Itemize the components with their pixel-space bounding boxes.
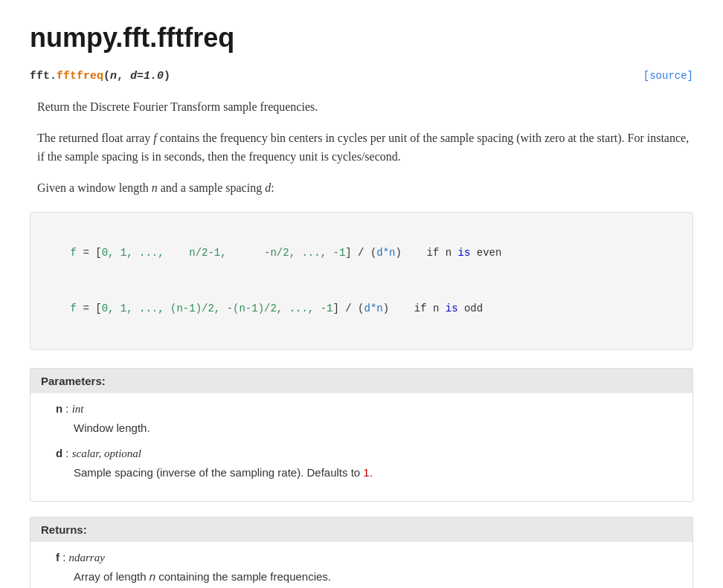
code-line-2: f = [0, 1, ..., (n-1)/2, -(n-1)/2, ..., … (45, 281, 678, 337)
param-n-row: n : int Window length. (45, 402, 678, 437)
signature-line: fft.fftfreq(n, d=1.0) [source] (30, 68, 693, 83)
return-f-row: f : ndarray Array of length n containing… (45, 551, 678, 586)
desc3-colon: : (271, 181, 274, 194)
code-f2: f (71, 303, 77, 314)
sig-n: n (110, 70, 117, 83)
page-title: numpy.fft.fftfreq (30, 22, 693, 54)
param-d-sep: : (62, 447, 72, 459)
param-d-highlight: 1 (363, 466, 369, 479)
sig-prefix: fft. (30, 70, 57, 83)
param-d-name-line: d : scalar, optional (56, 447, 678, 460)
sig-args-open: ( (103, 70, 110, 83)
code-line-1: f = [0, 1, ..., n/2-1, -n/2, ..., -1] / … (45, 224, 678, 281)
signature-text: fft.fftfreq(n, d=1.0) (30, 70, 170, 83)
description-1: Return the Discrete Fourier Transform sa… (30, 97, 693, 117)
param-d-name: d (56, 447, 62, 459)
return-f-n: n (150, 570, 155, 583)
parameters-section: Parameters: n : int Window length. d : s… (30, 368, 693, 502)
return-f-desc-part1: Array of length (74, 570, 150, 583)
param-d-desc-part2: . (370, 466, 373, 479)
param-n-name-line: n : int (56, 402, 678, 416)
desc-short: Return the Discrete Fourier Transform sa… (37, 97, 693, 117)
parameters-header: Parameters: (30, 369, 693, 393)
sig-comma: , (117, 70, 130, 83)
desc3-part1: Given a window length (37, 181, 152, 194)
formula-block: f = [0, 1, ..., n/2-1, -n/2, ..., -1] / … (30, 212, 693, 349)
desc3-part2: and a sample spacing (158, 181, 265, 194)
return-f-type: ndarray (69, 552, 105, 563)
function-signature: fft.fftfreq(n, d=1.0) (30, 68, 170, 83)
return-f-name-line: f : ndarray (56, 551, 678, 564)
param-n-desc: Window length. (56, 420, 678, 437)
param-d-type: scalar, optional (72, 448, 141, 459)
desc2-part1: The returned float array (37, 132, 153, 144)
returns-body: f : ndarray Array of length n containing… (30, 542, 693, 589)
desc3-n: n (152, 181, 158, 194)
return-f-desc-part2: containing the sample frequencies. (155, 570, 331, 583)
returns-section: Returns: f : ndarray Array of length n c… (30, 517, 693, 589)
sig-d: d=1.0 (130, 70, 164, 83)
return-f-desc: Array of length n containing the sample … (56, 569, 678, 586)
param-n-type: int (72, 403, 84, 415)
parameters-body: n : int Window length. d : scalar, optio… (30, 393, 693, 501)
return-f-sep: : (60, 551, 69, 563)
description-3: Given a window length n and a sample spa… (30, 178, 693, 198)
desc-given: Given a window length n and a sample spa… (37, 178, 693, 198)
returns-header: Returns: (30, 517, 693, 542)
param-n-sep: : (62, 402, 72, 415)
source-link[interactable]: [source] (643, 70, 693, 82)
desc3-d: d (265, 181, 271, 194)
description-2: The returned float array f contains the … (30, 129, 693, 167)
sig-func: fftfreq (57, 70, 103, 83)
param-d-desc-part1: Sample spacing (inverse of the sampling … (74, 466, 363, 479)
param-d-desc: Sample spacing (inverse of the sampling … (56, 465, 678, 482)
sig-close: ) (164, 70, 170, 83)
desc-long: The returned float array f contains the … (37, 129, 693, 167)
param-d-row: d : scalar, optional Sample spacing (inv… (45, 447, 678, 482)
param-n-name: n (56, 402, 62, 415)
code-f1: f (71, 247, 77, 259)
